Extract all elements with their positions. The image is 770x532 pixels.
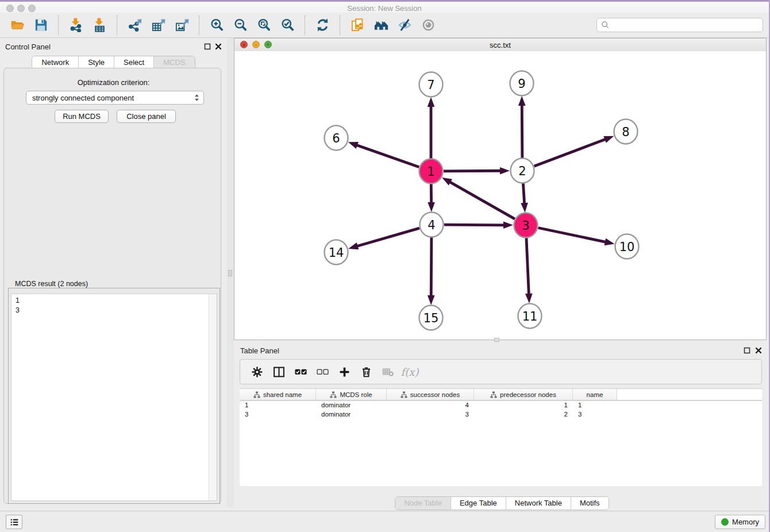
graph-node-7[interactable]: 7 — [419, 72, 443, 97]
edge-2-9[interactable] — [522, 104, 522, 158]
edge-1-6[interactable] — [356, 145, 419, 167]
close-panel-icon[interactable] — [214, 43, 222, 51]
hide-detail-icon[interactable] — [397, 17, 413, 33]
node-label: 8 — [622, 125, 629, 139]
zoom-fit-icon[interactable] — [256, 17, 272, 33]
tab-mcds[interactable]: MCDS — [154, 56, 194, 69]
edge-3-11[interactable] — [526, 238, 529, 295]
table-cell[interactable]: dominator — [316, 410, 387, 419]
network-graph[interactable]: 1234678910111415 — [234, 51, 766, 340]
table-cell[interactable]: 4 — [387, 401, 474, 410]
save-session-icon[interactable] — [33, 17, 49, 33]
criterion-select[interactable]: strongly connected component — [26, 91, 204, 105]
graph-node-9[interactable]: 9 — [510, 71, 534, 96]
node-label: 2 — [518, 164, 526, 178]
edge-3-1[interactable] — [449, 182, 515, 219]
close-panel-button[interactable]: Close panel — [117, 110, 176, 123]
copy-network-icon[interactable] — [350, 17, 365, 33]
open-folder-icon[interactable] — [10, 17, 25, 33]
tab-edge-table[interactable]: Edge Table — [451, 497, 506, 510]
export-image-icon[interactable] — [174, 17, 190, 33]
table-cell[interactable]: 2 — [474, 410, 573, 419]
result-scrollbar[interactable] — [209, 294, 217, 500]
node-label: 10 — [619, 240, 635, 254]
tab-network-table[interactable]: Network Table — [506, 497, 571, 510]
column-header-name[interactable]: name — [573, 389, 617, 400]
table-cell[interactable]: 3 — [387, 410, 474, 419]
graph-node-3[interactable]: 3 — [514, 213, 538, 238]
add-column-icon[interactable] — [336, 363, 353, 380]
zoom-selected-icon[interactable] — [280, 17, 295, 33]
graph-node-8[interactable]: 8 — [614, 119, 638, 144]
zoom-out-icon[interactable] — [233, 17, 248, 33]
tab-style[interactable]: Style — [79, 56, 114, 69]
edge-4-15[interactable] — [431, 237, 432, 297]
network-window-title: scc.txt — [234, 41, 766, 49]
memory-button[interactable]: Memory — [715, 515, 765, 529]
zoom-in-icon[interactable] — [209, 17, 225, 33]
graph-node-15[interactable]: 15 — [419, 306, 443, 330]
table-cell[interactable]: 1 — [474, 401, 573, 410]
graph-node-2[interactable]: 2 — [511, 159, 534, 183]
table-cell[interactable]: dominator — [316, 401, 387, 410]
show-detail-icon[interactable] — [421, 17, 436, 33]
network-canvas[interactable]: 1234678910111415 — [234, 51, 766, 340]
delete-table-icon — [379, 363, 396, 380]
search-field[interactable] — [596, 18, 763, 32]
graph-node-11[interactable]: 11 — [518, 304, 542, 329]
float-table-panel-icon[interactable] — [743, 346, 751, 354]
node-table[interactable]: shared nameMCDS rolesuccessor nodesprede… — [240, 388, 762, 486]
toolbar-icon-groups — [6, 16, 440, 35]
graph-node-14[interactable]: 14 — [325, 240, 348, 265]
close-table-panel-icon[interactable] — [754, 346, 763, 354]
edge-4-14[interactable] — [356, 228, 419, 246]
tab-network[interactable]: Network — [32, 56, 79, 69]
column-layout-icon[interactable] — [270, 363, 287, 380]
mcds-result-lines: 1 3 — [16, 296, 20, 315]
graph-node-10[interactable]: 10 — [615, 234, 639, 259]
table-cell[interactable]: 1 — [573, 401, 617, 410]
column-header-shared-name[interactable]: shared name — [240, 389, 316, 400]
refresh-icon[interactable] — [315, 17, 330, 33]
export-table-icon[interactable] — [151, 17, 166, 33]
float-panel-icon[interactable] — [203, 43, 211, 51]
tab-node-table[interactable]: Node Table — [395, 497, 451, 510]
graph-node-6[interactable]: 6 — [325, 126, 348, 151]
table-cell[interactable]: 3 — [573, 410, 617, 419]
select-all-icon[interactable] — [292, 363, 309, 380]
edge-2-8[interactable] — [534, 139, 607, 167]
table-row[interactable]: 3dominator323 — [240, 410, 762, 419]
run-mcds-button[interactable]: Run MCDS — [55, 110, 109, 123]
gear-icon[interactable] — [248, 363, 265, 380]
import-table-icon[interactable] — [92, 17, 107, 33]
column-header-MCDS-role[interactable]: MCDS role — [316, 389, 387, 400]
edge-3-10[interactable] — [538, 228, 607, 242]
splitter-handle[interactable] — [228, 270, 232, 276]
column-header-successor-nodes[interactable]: successor nodes — [387, 389, 474, 400]
edge-2-3[interactable] — [523, 183, 524, 205]
search-input[interactable] — [612, 19, 763, 32]
edge-1-2[interactable] — [444, 171, 502, 171]
panel-splitter[interactable] — [227, 38, 234, 507]
graph-node-4[interactable]: 4 — [420, 213, 444, 237]
graph-node-1[interactable]: 1 — [419, 159, 443, 184]
application-window: Session: New Session Control Panel Netwo… — [0, 0, 770, 532]
delete-column-icon[interactable] — [357, 363, 375, 380]
table-cell[interactable]: 3 — [240, 410, 316, 419]
column-header-predecessor-nodes[interactable]: predecessor nodes — [474, 389, 573, 400]
canvas-splitter-handle[interactable] — [494, 338, 499, 342]
edge-4-3[interactable] — [444, 225, 505, 225]
table-row[interactable]: 1dominator411 — [240, 401, 762, 410]
toolbar-separator — [199, 16, 200, 35]
table-cell[interactable]: 1 — [240, 401, 316, 410]
export-network-icon[interactable] — [127, 17, 143, 33]
deselect-all-icon[interactable] — [314, 363, 331, 380]
tab-select[interactable]: Select — [114, 56, 154, 69]
tab-motifs[interactable]: Motifs — [571, 497, 609, 510]
toolbar-separator — [117, 16, 118, 35]
mcds-result-textarea[interactable]: 1 3 — [11, 294, 217, 501]
home-icon[interactable] — [374, 17, 389, 33]
attribute-icon — [401, 391, 407, 398]
import-network-icon[interactable] — [68, 17, 84, 33]
task-history-button[interactable] — [6, 515, 22, 529]
